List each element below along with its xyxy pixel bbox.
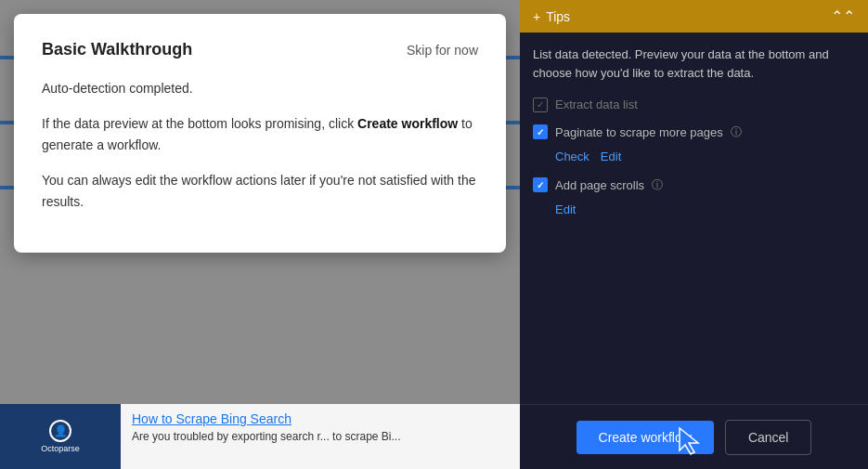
web-text-area: How to Scrape Bing Search Are you troubl…	[121, 404, 520, 469]
tips-description: List data detected. Preview your data at…	[533, 46, 855, 82]
paginate-edit-button[interactable]: Edit	[601, 148, 621, 166]
web-thumbnail: 👤 Octoparse	[0, 404, 121, 469]
web-article-title[interactable]: How to Scrape Bing Search	[132, 411, 509, 426]
checkbox-paginate	[533, 124, 548, 139]
modal-title: Basic Walkthrough	[42, 40, 192, 59]
web-content-bottom: 👤 Octoparse How to Scrape Bing Search Ar…	[0, 404, 520, 469]
walkthrough-modal: Basic Walkthrough Skip for now Auto-dete…	[14, 14, 506, 253]
checklist-item-scrolls: Add page scrolls ⓘ	[533, 172, 855, 200]
scrolls-actions: Edit	[533, 201, 855, 219]
paginate-actions: Check Edit	[533, 148, 855, 166]
step2-pre: If the data preview at the bottom looks …	[42, 116, 357, 131]
extract-label: Extract data list	[555, 96, 638, 114]
tips-header-left: + Tips	[533, 9, 570, 24]
modal-body: Auto-detection completed. If the data pr…	[42, 78, 478, 212]
octoparse-icon: 👤	[49, 420, 71, 442]
skip-link[interactable]: Skip for now	[407, 43, 478, 58]
scrolls-edit-button[interactable]: Edit	[555, 201, 576, 219]
step2-bold: Create workflow	[357, 116, 458, 131]
octoparse-logo: 👤 Octoparse	[41, 420, 80, 453]
scrolls-label: Add page scrolls	[555, 176, 644, 195]
paginate-check-button[interactable]: Check	[555, 148, 589, 166]
modal-overlay: Basic Walkthrough Skip for now Auto-dete…	[0, 0, 520, 404]
checklist-item-extract: Extract data list	[533, 91, 855, 119]
tips-label: Tips	[546, 9, 570, 24]
collapse-tips-button[interactable]: ⌃⌃	[831, 7, 855, 25]
scrolls-info-icon[interactable]: ⓘ	[652, 176, 663, 193]
create-workflow-button[interactable]: Create workflow	[577, 421, 714, 454]
tips-header: + Tips ⌃⌃	[520, 0, 868, 33]
octoparse-text: Octoparse	[41, 444, 80, 453]
modal-header: Basic Walkthrough Skip for now	[42, 40, 478, 59]
checklist: Extract data list Paginate to scrape mor…	[533, 91, 855, 219]
tips-panel: + Tips ⌃⌃ List data detected. Preview yo…	[520, 0, 868, 469]
step2-text: If the data preview at the bottom looks …	[42, 113, 478, 155]
plus-icon: +	[533, 9, 540, 24]
checklist-item-paginate: Paginate to scrape more pages ⓘ	[533, 119, 855, 147]
step1-text: Auto-detection completed.	[42, 78, 478, 98]
web-row: 👤 Octoparse How to Scrape Bing Search Ar…	[0, 404, 520, 469]
cancel-button[interactable]: Cancel	[725, 420, 812, 455]
checkbox-scrolls	[533, 177, 548, 192]
checkbox-extract	[533, 98, 548, 112]
paginate-info-icon[interactable]: ⓘ	[731, 124, 742, 140]
paginate-label: Paginate to scrape more pages	[555, 124, 723, 142]
bottom-action-bar: Create workflow Cancel	[520, 404, 868, 469]
web-article-description: Are you troubled by exporting search r..…	[132, 429, 509, 445]
step3-text: You can always edit the workflow actions…	[42, 170, 478, 212]
